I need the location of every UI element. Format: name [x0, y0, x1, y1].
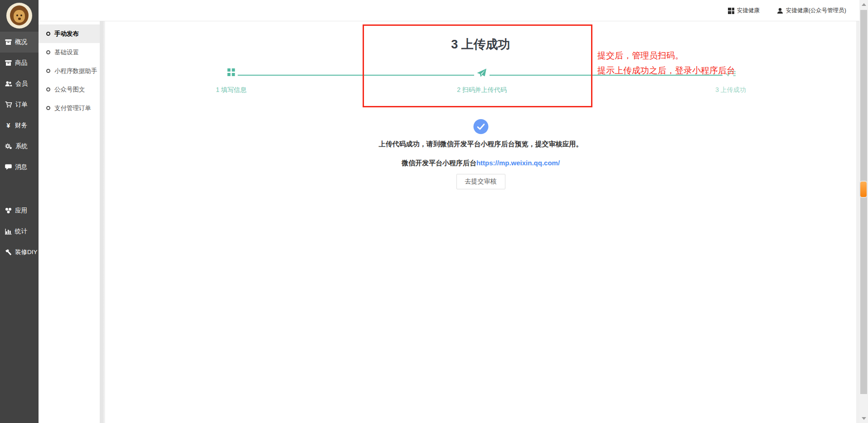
sidebar-item-decorate-diy[interactable]: 装修DIY [0, 242, 39, 263]
sidebar-item-apps[interactable]: 应用 [0, 200, 39, 221]
grid-icon step1-icon [225, 68, 238, 76]
weixin-platform-link[interactable]: https://mp.weixin.qq.com/ [476, 159, 560, 167]
lion-face [14, 10, 25, 23]
success-check-icon [473, 119, 488, 134]
submenu-item-label: 公众号图文 [54, 86, 85, 94]
sidebar-item-stats[interactable]: 统计 [0, 221, 39, 242]
top-header: 安捷健康 安捷健康(公众号管理员) [0, 0, 868, 21]
workspace-switcher[interactable]: 安捷健康 [728, 7, 760, 14]
circle-icon [46, 69, 50, 73]
step-label-3[interactable]: 3 上传成功 [715, 86, 746, 94]
scrollbar-orange-marker[interactable] [859, 181, 868, 198]
submenu-item-payment-orders[interactable]: 支付管理订单 [39, 99, 100, 117]
finance-icon: ¥ [5, 122, 12, 129]
main-content: 3 上传成功 1 填写信息 2 扫码并上传代码 3 上传成功 [105, 21, 856, 423]
lion-eye [16, 14, 18, 16]
submenu-item-manual-publish[interactable]: 手动发布 [39, 24, 100, 43]
workspace-label: 安捷健康 [737, 7, 760, 14]
submenu-item-label: 小程序数据助手 [54, 67, 97, 75]
goods-icon [5, 60, 12, 66]
sidebar-item-orders[interactable]: 订单 [0, 94, 39, 115]
secondary-sidebar: 手动发布 基础设置 小程序数据助手 公众号图文 支付管理订单 [39, 21, 100, 423]
sidebar-nav-main: 概况 商品 会员 [0, 32, 39, 178]
submenu-scroll-strip[interactable] [100, 21, 105, 423]
platform-link-row: 微信开发平台小程序后台https://mp.weixin.qq.com/ [105, 159, 856, 168]
upload-success-message: 上传代码成功，请到微信开发平台小程序后台预览，提交审核应用。 [105, 140, 856, 149]
sidebar-item-label: 统计 [15, 227, 27, 236]
grid-icon [728, 8, 734, 14]
scroll-up-arrow-icon[interactable] [862, 3, 866, 6]
sidebar-item-label: 财务 [15, 121, 27, 130]
sidebar-item-label: 订单 [15, 101, 28, 109]
step-label-1[interactable]: 1 填写信息 [216, 86, 247, 94]
primary-sidebar: 概况 商品 会员 [0, 0, 39, 423]
orders-icon [5, 101, 12, 108]
checklist-icon step3-icon [723, 68, 739, 77]
submenu-item-label: 基础设置 [54, 48, 79, 57]
user-icon [777, 8, 783, 14]
scrollbar-thumb[interactable] [860, 10, 867, 394]
submenu-item-label: 手动发布 [54, 30, 79, 38]
overview-icon [5, 39, 12, 45]
paper-plane-icon step2-icon [474, 68, 490, 77]
sidebar-item-members[interactable]: 会员 [0, 73, 39, 94]
submenu-item-official-account-articles[interactable]: 公众号图文 [39, 80, 100, 99]
system-icon [5, 143, 12, 149]
sidebar-item-label: 装修DIY [15, 248, 38, 256]
sidebar-item-overview[interactable]: 概况 [0, 32, 39, 53]
circle-icon [46, 106, 50, 110]
sidebar-item-goods[interactable]: 商品 [0, 53, 39, 73]
sidebar-item-label: 会员 [15, 80, 28, 88]
circle-icon [46, 32, 50, 36]
sidebar-item-label: 系统 [15, 142, 28, 150]
submenu-item-miniprogram-data-assistant[interactable]: 小程序数据助手 [39, 62, 100, 80]
page-scrollbar[interactable] [859, 0, 868, 423]
user-label: 安捷健康(公众号管理员) [786, 7, 846, 14]
stats-icon [5, 228, 12, 235]
sidebar-item-label: 消息 [15, 163, 27, 171]
message-icon [5, 164, 12, 170]
apps-icon [5, 207, 12, 214]
lion-nose [18, 18, 21, 20]
wizard-step-title: 3 上传成功 [451, 36, 510, 53]
decorate-icon [5, 249, 12, 255]
page: 安捷健康 安捷健康(公众号管理员) [0, 0, 868, 423]
step-label-2[interactable]: 2 扫码并上传代码 [457, 86, 507, 94]
header-right-group: 安捷健康 安捷健康(公众号管理员) [728, 0, 846, 21]
members-icon [5, 81, 12, 87]
user-menu[interactable]: 安捷健康(公众号管理员) [777, 7, 846, 14]
sidebar-item-finance[interactable]: ¥ 财务 [0, 115, 39, 136]
scroll-down-arrow-icon[interactable] [862, 417, 866, 420]
submenu-item-basic-settings[interactable]: 基础设置 [39, 43, 100, 62]
go-submit-review-button[interactable]: 去提交审核 [456, 174, 505, 189]
sidebar-item-system[interactable]: 系统 [0, 136, 39, 157]
circle-icon [46, 50, 50, 54]
circle-icon [46, 87, 50, 91]
sidebar-item-label: 概况 [15, 38, 27, 46]
app-logo lion-logo[interactable] [6, 3, 32, 29]
sidebar-nav-secondary: 应用 统计 装修DIY [0, 200, 39, 263]
submenu-item-label: 支付管理订单 [54, 104, 91, 112]
sidebar-item-label: 商品 [15, 59, 27, 67]
platform-link-prefix: 微信开发平台小程序后台 [402, 159, 476, 167]
sidebar-item-label: 应用 [15, 207, 27, 215]
lion-eye [20, 14, 22, 16]
sidebar-item-messages[interactable]: 消息 [0, 157, 39, 178]
